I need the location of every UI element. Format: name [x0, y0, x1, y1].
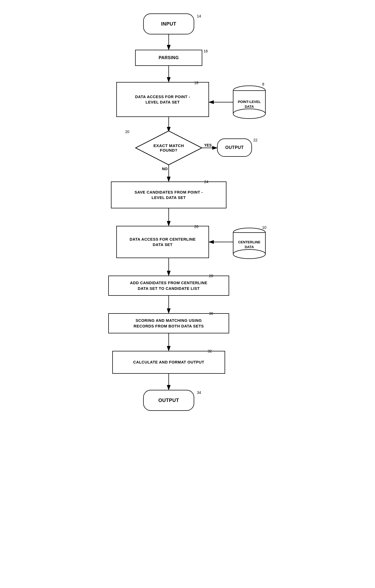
point-level-data-cylinder: POINT-LEVEL DATA [230, 85, 268, 120]
ref-16: 16 [204, 49, 208, 53]
ref-14: 14 [197, 14, 201, 18]
input-top-node: INPUT [143, 13, 194, 34]
exact-match-diamond: EXACT MATCHFOUND? [135, 130, 202, 165]
ref-8: 8 [262, 82, 264, 86]
ref-26: 26 [194, 224, 199, 229]
data-access-centerline-label: DATA ACCESS FOR CENTERLINEDATA SET [130, 237, 196, 248]
yes-label: YES [204, 143, 212, 147]
ref-32: 32 [208, 349, 212, 353]
ref-28: 28 [209, 274, 213, 278]
ref-34: 34 [197, 390, 201, 395]
svg-point-25 [233, 250, 265, 259]
output-yes-node: OUTPUT [217, 138, 252, 157]
ref-18: 18 [194, 81, 199, 85]
ref-30: 30 [209, 311, 213, 316]
exact-match-label: EXACT MATCHFOUND? [153, 143, 184, 152]
output-bottom-label: OUTPUT [158, 398, 179, 403]
ref-22: 22 [253, 138, 258, 142]
data-access-point-label: DATA ACCESS FOR POINT -LEVEL DATA SET [135, 94, 190, 105]
no-label: NO [162, 167, 168, 171]
scoring-matching-node: SCORING AND MATCHING USINGRECORDS FROM B… [108, 313, 229, 333]
svg-text:CENTERLINE: CENTERLINE [238, 240, 260, 244]
ref-20: 20 [125, 130, 129, 134]
ref-10: 10 [262, 225, 266, 230]
save-candidates-node: SAVE CANDIDATES FROM POINT -LEVEL DATA S… [111, 181, 226, 208]
svg-point-17 [233, 109, 265, 119]
data-access-centerline-node: DATA ACCESS FOR CENTERLINEDATA SET [116, 226, 209, 258]
svg-text:POINT-LEVEL: POINT-LEVEL [238, 100, 261, 104]
save-candidates-label: SAVE CANDIDATES FROM POINT -LEVEL DATA S… [135, 190, 203, 201]
svg-text:DATA: DATA [245, 245, 254, 249]
centerline-data-cylinder: CENTERLINE DATA [230, 227, 268, 259]
calculate-format-node: CALCULATE AND FORMAT OUTPUT [112, 351, 225, 374]
ref-24: 24 [204, 180, 208, 184]
add-candidates-node: ADD CANDIDATES FROM CENTERLINEDATA SET T… [108, 276, 229, 296]
output-yes-label: OUTPUT [225, 145, 244, 150]
output-bottom-node: OUTPUT [143, 390, 194, 411]
input-top-label: INPUT [161, 21, 176, 27]
parsing-node: PARSING [135, 50, 202, 66]
calculate-format-label: CALCULATE AND FORMAT OUTPUT [133, 359, 204, 365]
parsing-label: PARSING [158, 55, 179, 60]
data-access-point-node: DATA ACCESS FOR POINT -LEVEL DATA SET [116, 82, 209, 117]
svg-text:DATA: DATA [245, 105, 254, 109]
add-candidates-label: ADD CANDIDATES FROM CENTERLINEDATA SET T… [130, 280, 207, 291]
scoring-matching-label: SCORING AND MATCHING USINGRECORDS FROM B… [134, 318, 204, 329]
